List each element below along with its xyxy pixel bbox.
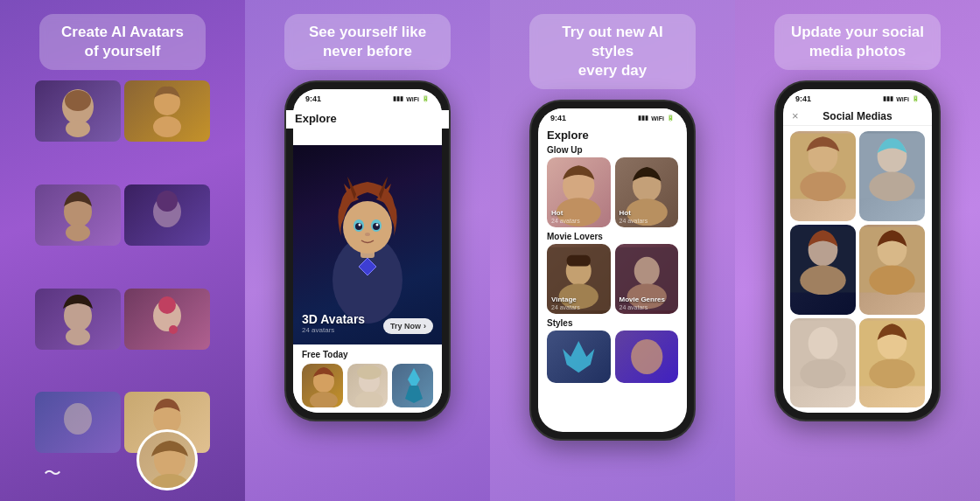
- svg-point-64: [800, 358, 846, 387]
- avatar-cell-4: [124, 184, 210, 246]
- card-movie-genres-label: Movie Genres: [620, 296, 665, 303]
- svg-point-13: [169, 325, 178, 334]
- section-movie-lovers-text: Movie Lovers: [547, 232, 603, 241]
- hero-label-text: 3D Avatars: [302, 312, 365, 326]
- panel-see-yourself: See yourself like never before 9:41 ▮▮▮ …: [245, 0, 490, 501]
- avatar-cell-6: [124, 289, 210, 350]
- panel-3-suffix: every day: [578, 62, 647, 79]
- section-movie-lovers: Movie Lovers: [538, 230, 687, 241]
- social-cell-3[interactable]: [790, 225, 856, 315]
- real-photo-circle: [136, 429, 198, 491]
- card-vintage-text: Vintage: [551, 296, 577, 303]
- card-movie-genres-text: Movie Genres: [620, 296, 665, 303]
- svg-point-58: [800, 265, 846, 294]
- signal-icon-4: ▮▮▮: [883, 95, 893, 102]
- phone-screen-3: 9:41 ▮▮▮ WiFi 🔋 Explore Glow Up: [538, 108, 687, 432]
- section-styles: Styles: [538, 317, 687, 328]
- battery-icon-3: 🔋: [667, 115, 675, 122]
- try-now-label: Try Now: [390, 322, 421, 331]
- glow-up-row: Hot 24 avatars Hot: [538, 155, 687, 230]
- hero-sub: 24 avatars: [302, 326, 365, 334]
- svg-point-49: [631, 339, 662, 374]
- card-hot-1-sub: 24 avatars: [551, 218, 580, 224]
- section-styles-text: Styles: [547, 318, 572, 328]
- phone-mockup-3: 9:41 ▮▮▮ WiFi 🔋 Explore Glow Up: [529, 100, 696, 441]
- time-3: 9:41: [550, 114, 566, 122]
- time-4: 9:41: [795, 94, 811, 103]
- svg-point-10: [66, 328, 90, 345]
- social-cell-1[interactable]: [790, 131, 856, 221]
- card-hot-2-sub: 24 avatars: [620, 218, 648, 224]
- card-hot-2-sub-text: 24 avatars: [620, 218, 648, 224]
- status-bar-2: 9:41 ▮▮▮ WiFi 🔋: [293, 89, 442, 107]
- explore-card-movie-genres[interactable]: Movie Genres 24 avatars: [615, 244, 679, 314]
- social-grid: [783, 126, 932, 413]
- avatar-face-5: [35, 289, 121, 350]
- card-movie-genres-sub: 24 avatars: [620, 304, 648, 310]
- hero-label: 3D Avatars: [302, 312, 365, 326]
- svg-point-4: [153, 116, 181, 137]
- avatar-face-2: [124, 80, 210, 142]
- status-bar-4: 9:41 ▮▮▮ WiFi 🔋: [783, 89, 932, 107]
- avatar-face-7: [35, 392, 121, 453]
- status-icons-4: ▮▮▮ WiFi 🔋: [883, 95, 920, 102]
- free-today-item-2[interactable]: [347, 364, 388, 407]
- avatar-cell-3: [35, 184, 121, 246]
- card-hot-2-text: Hot: [620, 209, 631, 217]
- wifi-icon-4: WiFi: [896, 96, 909, 102]
- social-screen-title: Social Medias: [809, 110, 906, 122]
- avatar-cell-5: [35, 289, 121, 350]
- svg-point-23: [343, 201, 392, 254]
- panel-4-title-text: Update your social media photos: [791, 24, 924, 59]
- card-hot-2-label: Hot: [620, 209, 631, 217]
- phone-screen-4: 9:41 ▮▮▮ WiFi 🔋 × Social Medias: [783, 89, 932, 413]
- wifi-icon: WiFi: [406, 96, 419, 102]
- card-vintage-sub: 24 avatars: [551, 304, 580, 310]
- phone-mockup-2: 9:41 ▮▮▮ WiFi 🔋 Explore: [284, 80, 451, 421]
- close-label: ×: [792, 109, 799, 122]
- styles-card-1[interactable]: [547, 331, 611, 383]
- avatar-face-3: [35, 184, 121, 246]
- social-cell-4[interactable]: [859, 225, 925, 315]
- panel-social-media: Update your social media photos 9:41 ▮▮▮…: [735, 0, 980, 501]
- panel-1-title-text: Create AI Avatars of yourself: [61, 24, 184, 59]
- wifi-icon-3: WiFi: [651, 115, 664, 122]
- svg-point-12: [158, 296, 176, 314]
- explore-card-vintage[interactable]: Vintage 24 avatars: [547, 244, 611, 314]
- svg-point-61: [869, 265, 915, 294]
- explore-label-2: Explore: [293, 110, 442, 129]
- free-today-label: Free Today: [302, 350, 433, 359]
- svg-point-2: [66, 120, 90, 137]
- hero-area: 3D Avatars 24 avatars Try Now ›: [293, 145, 442, 344]
- try-now-button[interactable]: Try Now ›: [383, 318, 433, 334]
- explore-content-3: Glow Up Hot 24 avatars: [538, 143, 687, 432]
- svg-rect-44: [567, 255, 591, 267]
- hero-bottom-info: 3D Avatars 24 avatars Try Now ›: [302, 312, 433, 334]
- panel-ai-styles: Try out new AI styles every day 9:41 ▮▮▮…: [490, 0, 735, 501]
- social-cell-6[interactable]: [859, 318, 925, 408]
- explore-text-3: Explore: [547, 129, 589, 142]
- status-icons-3: ▮▮▮ WiFi 🔋: [638, 115, 675, 122]
- card-hot-1-label: Hot: [551, 209, 563, 217]
- panel-2-title: See yourself like never before: [284, 14, 451, 70]
- svg-point-31: [376, 224, 379, 226]
- svg-point-36: [357, 365, 382, 379]
- svg-point-67: [869, 358, 915, 387]
- free-today-section: Free Today: [293, 344, 442, 413]
- social-cell-2[interactable]: [859, 131, 925, 221]
- battery-icon: 🔋: [422, 95, 430, 102]
- free-today-row: [302, 364, 433, 407]
- styles-card-2[interactable]: [615, 331, 679, 383]
- free-today-item-1[interactable]: [302, 364, 343, 407]
- explore-card-hot-1[interactable]: Hot 24 avatars: [547, 157, 611, 227]
- close-button[interactable]: ×: [792, 109, 809, 122]
- free-today-item-3[interactable]: [392, 364, 433, 407]
- svg-point-34: [310, 392, 338, 407]
- social-cell-5[interactable]: [790, 318, 856, 408]
- svg-point-63: [808, 327, 838, 360]
- styles-row: [538, 328, 687, 386]
- explore-card-hot-2[interactable]: Hot 24 avatars: [615, 157, 679, 227]
- movie-lovers-row: Vintage 24 avatars Movie Ge: [538, 241, 687, 317]
- avatar-cell-7: [35, 392, 121, 453]
- card-hot-1-text: Hot: [551, 209, 563, 217]
